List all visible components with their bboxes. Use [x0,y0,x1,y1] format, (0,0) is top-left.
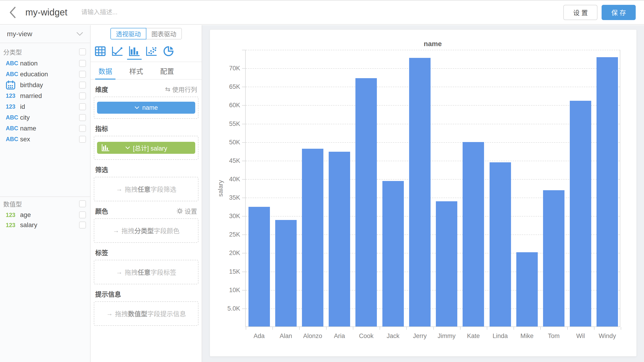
description-input[interactable] [81,9,220,16]
bar-mike[interactable] [516,252,538,326]
y-axis-tick-label: 50K [215,138,240,146]
x-axis-tick [567,327,568,330]
calendar-icon [6,80,20,90]
sidebar-item-nation[interactable]: ABC nation [0,58,90,69]
tab-settings[interactable]: 配置 [159,62,176,79]
view-selector[interactable]: my-view [0,25,90,43]
scatter-chart-icon[interactable] [146,46,158,56]
bar-kate[interactable] [462,142,484,326]
text-type-icon: ABC [6,60,20,67]
sidebar-item-sex[interactable]: ABC sex [0,134,90,144]
text-type-icon: ABC [6,136,20,142]
y-axis-tick-label: 70K [215,64,240,72]
x-axis-tick [380,327,380,330]
field-checkbox[interactable] [79,60,86,67]
y-axis-tick [242,105,245,106]
settings-button[interactable]: 设 置 [563,5,598,20]
tab-pivot-driven[interactable]: 透视驱动 [110,28,146,40]
field-checkbox[interactable] [79,71,86,78]
chevron-down-icon [76,32,83,36]
color-dropzone[interactable]: → 拖拽分类型字段颜色 [94,218,198,243]
tooltip-dropzone[interactable]: → 拖拽数值型字段提示信息 [94,301,198,326]
bar-jack[interactable] [382,181,404,326]
metric-section-header: 指标 [94,124,198,133]
save-button[interactable]: 保 存 [602,5,636,20]
y-axis-tick [242,161,245,161]
back-button[interactable] [0,0,25,24]
field-checkbox[interactable] [79,103,86,110]
use-rows-cols-button[interactable]: ⇆ 使用行列 [165,85,197,94]
metric-dropzone[interactable]: [总计] salary [94,136,198,160]
label-dropzone[interactable]: → 拖拽任意字段标签 [94,260,198,284]
x-axis-tick [326,327,326,330]
bar-wil[interactable] [570,101,591,326]
tab-chart-driven[interactable]: 图表驱动 [146,28,182,40]
bar-windy[interactable] [596,57,618,326]
sidebar-item-education[interactable]: ABC education [0,69,90,80]
field-checkbox[interactable] [79,82,86,88]
tab-data[interactable]: 数据 [97,62,114,79]
section-checkbox[interactable] [79,48,86,55]
table-chart-icon[interactable] [94,46,106,56]
sidebar-item-id[interactable]: 123 id [0,101,90,112]
bar-aria[interactable] [329,152,350,326]
gridline [246,68,620,69]
color-section-header: 颜色 设置 [94,206,198,216]
y-axis-tick-label: 25K [215,231,240,238]
field-sidebar: my-view 分类型 ABC nation ABC education [0,25,90,362]
y-axis-tick-label: 10K [215,286,240,294]
bar-ada[interactable] [248,207,270,326]
field-checkbox[interactable] [79,136,86,143]
pie-chart-icon[interactable] [162,46,174,56]
sidebar-item-name[interactable]: ABC name [0,123,90,134]
plot-area: 5.0K10K15K20K25K30K35K40K45K50K55K60K65K… [245,50,620,327]
y-axis-tick-label: 15K [215,268,240,275]
line-chart-icon[interactable] [111,46,123,56]
bar-chart-icon[interactable] [128,46,140,56]
sidebar-item-city[interactable]: ABC city [0,112,90,123]
filter-dropzone[interactable]: → 拖拽任意字段筛选 [94,177,198,201]
y-axis-title: salary [216,50,225,327]
x-axis-label: Jimmy [433,332,460,340]
swap-icon: ⇆ [165,86,170,93]
chart-canvas-area: name salary 5.0K10K15K20K25K30K35K40K45K… [202,25,644,362]
number-type-icon: 123 [6,92,20,99]
y-axis-tick [242,179,245,180]
bar-tom[interactable] [543,190,564,326]
x-axis-label: Jerry [406,332,433,340]
color-settings-button[interactable]: 设置 [177,206,197,216]
bar-jimmy[interactable] [436,201,457,326]
arrow-right-icon: → [116,268,122,276]
y-axis-tick [242,234,245,235]
sidebar-item-married[interactable]: 123 married [0,90,90,101]
dimension-dropzone[interactable]: name [94,96,198,119]
field-checkbox[interactable] [79,92,86,100]
metric-chip-salary[interactable]: [总计] salary [97,142,195,154]
x-axis-label: Alonzo [299,332,326,340]
x-axis-tick [299,327,300,330]
sidebar-item-age[interactable]: 123 age [0,210,90,220]
number-type-icon: 123 [6,222,20,228]
section-checkbox[interactable] [79,200,86,207]
y-axis-tick [242,216,245,216]
bar-linda[interactable] [490,162,511,326]
field-checkbox[interactable] [79,222,86,228]
bar-jerry[interactable] [409,58,430,326]
bar-alan[interactable] [275,220,297,326]
y-axis-tick [242,50,245,50]
field-checkbox[interactable] [79,114,86,121]
bar-chart-mini-icon [102,144,110,153]
back-chevron-icon [8,6,17,19]
bar-alonzo[interactable] [302,149,324,326]
tab-style[interactable]: 样式 [128,62,144,79]
x-axis-label: Aria [326,332,353,340]
section-header-categorical: 分类型 [0,46,90,58]
bar-cook[interactable] [356,78,377,326]
field-checkbox[interactable] [79,212,86,218]
x-axis-tick [246,327,246,330]
sidebar-item-birthday[interactable]: birthday [0,80,90,90]
sidebar-item-salary[interactable]: 123 salary [0,220,90,230]
field-checkbox[interactable] [79,125,86,132]
y-axis-tick [242,87,245,87]
dimension-chip-name[interactable]: name [97,102,195,114]
